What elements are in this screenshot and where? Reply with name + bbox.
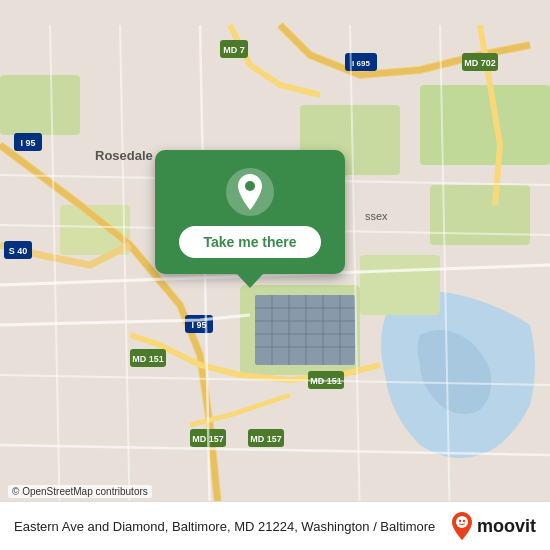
svg-text:ssex: ssex — [365, 210, 388, 222]
svg-text:I 95: I 95 — [20, 138, 35, 148]
bottom-bar: Eastern Ave and Diamond, Baltimore, MD 2… — [0, 501, 550, 550]
address-text: Eastern Ave and Diamond, Baltimore, MD 2… — [14, 519, 451, 534]
svg-rect-2 — [360, 255, 440, 315]
svg-rect-6 — [420, 85, 550, 165]
svg-text:MD 702: MD 702 — [464, 58, 496, 68]
popup-card: Take me there — [155, 150, 345, 274]
svg-text:MD 7: MD 7 — [223, 45, 245, 55]
moovit-logo: moovit — [451, 512, 536, 540]
svg-point-42 — [459, 520, 461, 522]
svg-point-41 — [456, 516, 468, 528]
map-container: I 95 I 95 I 695 MD 7 MD 702 S 40 MD 151 … — [0, 0, 550, 550]
moovit-pin-icon — [451, 512, 473, 540]
svg-point-43 — [463, 520, 465, 522]
osm-credit: © OpenStreetMap contributors — [8, 485, 152, 498]
svg-text:I 695: I 695 — [352, 59, 370, 68]
location-pin-icon — [235, 174, 265, 210]
moovit-brand-name: moovit — [477, 516, 536, 537]
svg-text:Rosedale: Rosedale — [95, 148, 153, 163]
location-icon-wrapper — [226, 168, 274, 216]
take-me-there-button[interactable]: Take me there — [179, 226, 320, 258]
svg-text:MD 157: MD 157 — [250, 434, 282, 444]
map-background: I 95 I 95 I 695 MD 7 MD 702 S 40 MD 151 … — [0, 0, 550, 550]
svg-text:MD 151: MD 151 — [132, 354, 164, 364]
svg-text:S 40: S 40 — [9, 246, 28, 256]
svg-rect-3 — [0, 75, 80, 135]
svg-point-40 — [245, 181, 255, 191]
